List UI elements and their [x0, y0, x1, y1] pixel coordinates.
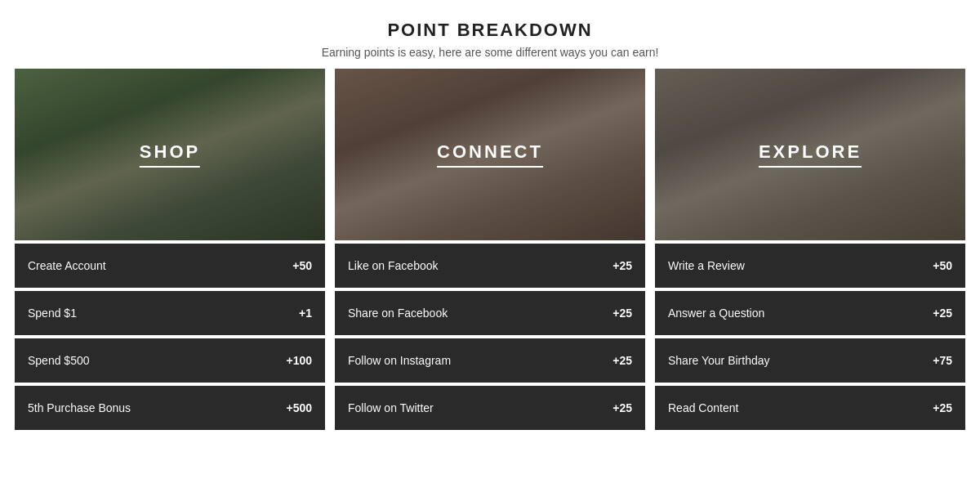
- row-points-explore-0: +50: [933, 259, 952, 272]
- row-label-explore-2: Share Your Birthday: [668, 354, 770, 367]
- row-item-shop-2[interactable]: Spend $500+100: [15, 338, 325, 383]
- row-points-explore-1: +25: [933, 307, 952, 320]
- row-label-connect-3: Follow on Twitter: [348, 401, 434, 414]
- row-item-explore-3[interactable]: Read Content+25: [655, 386, 965, 430]
- row-item-explore-2[interactable]: Share Your Birthday+75: [655, 338, 965, 383]
- row-label-explore-1: Answer a Question: [668, 307, 764, 320]
- columns-wrapper: SHOPCreate Account+50Spend $1+1Spend $50…: [0, 69, 980, 430]
- banner-label-shop: SHOP: [140, 141, 200, 168]
- column-explore: EXPLOREWrite a Review+50Answer a Questio…: [655, 69, 965, 430]
- row-item-connect-3[interactable]: Follow on Twitter+25: [335, 386, 645, 430]
- row-points-connect-0: +25: [612, 259, 632, 272]
- row-points-connect-2: +25: [612, 354, 632, 367]
- banner-connect: CONNECT: [335, 69, 645, 240]
- column-shop: SHOPCreate Account+50Spend $1+1Spend $50…: [15, 69, 325, 430]
- header: POINT BREAKDOWN Earning points is easy, …: [0, 0, 980, 69]
- row-points-shop-1: +1: [299, 307, 312, 320]
- row-label-connect-1: Share on Facebook: [348, 307, 448, 320]
- row-points-connect-3: +25: [612, 401, 632, 414]
- row-item-connect-1[interactable]: Share on Facebook+25: [335, 291, 645, 335]
- row-points-shop-3: +500: [286, 401, 312, 414]
- row-points-explore-2: +75: [933, 354, 952, 367]
- page-title: POINT BREAKDOWN: [0, 20, 980, 41]
- row-label-explore-3: Read Content: [668, 401, 738, 414]
- banner-label-explore: EXPLORE: [759, 141, 862, 168]
- banner-explore: EXPLORE: [655, 69, 965, 240]
- row-label-explore-0: Write a Review: [668, 259, 745, 272]
- row-points-explore-3: +25: [933, 401, 952, 414]
- column-connect: CONNECTLike on Facebook+25Share on Faceb…: [335, 69, 645, 430]
- row-item-explore-1[interactable]: Answer a Question+25: [655, 291, 965, 335]
- row-label-shop-0: Create Account: [28, 259, 106, 272]
- page-container: POINT BREAKDOWN Earning points is easy, …: [0, 0, 980, 430]
- row-item-shop-1[interactable]: Spend $1+1: [15, 291, 325, 335]
- banner-label-connect: CONNECT: [437, 141, 543, 168]
- row-item-connect-2[interactable]: Follow on Instagram+25: [335, 338, 645, 383]
- row-points-shop-0: +50: [292, 259, 312, 272]
- row-item-shop-3[interactable]: 5th Purchase Bonus+500: [15, 386, 325, 430]
- row-item-connect-0[interactable]: Like on Facebook+25: [335, 244, 645, 288]
- banner-shop: SHOP: [15, 69, 325, 240]
- row-item-shop-0[interactable]: Create Account+50: [15, 244, 325, 288]
- row-label-shop-1: Spend $1: [28, 307, 77, 320]
- page-subtitle: Earning points is easy, here are some di…: [0, 46, 980, 59]
- row-points-connect-1: +25: [612, 307, 632, 320]
- row-label-shop-2: Spend $500: [28, 354, 90, 367]
- row-label-connect-0: Like on Facebook: [348, 259, 439, 272]
- row-label-connect-2: Follow on Instagram: [348, 354, 451, 367]
- row-item-explore-0[interactable]: Write a Review+50: [655, 244, 965, 288]
- row-points-shop-2: +100: [286, 354, 312, 367]
- row-label-shop-3: 5th Purchase Bonus: [28, 401, 131, 414]
